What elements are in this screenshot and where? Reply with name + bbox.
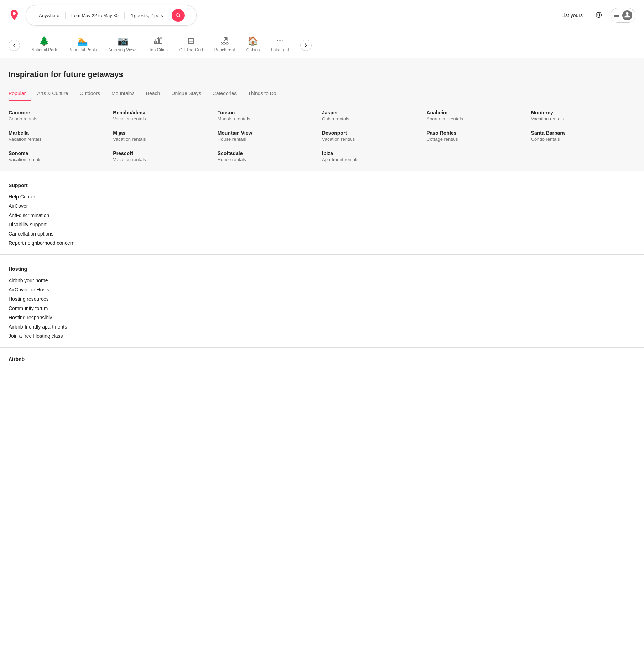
category-amazing-views[interactable]: 📷 Amazing Views xyxy=(108,37,137,54)
search-button[interactable] xyxy=(172,9,185,22)
tab-outdoors[interactable]: Outdoors xyxy=(74,86,106,101)
inspiration-title: Inspiration for future getaways xyxy=(9,70,635,79)
support-help-center[interactable]: Help Center xyxy=(9,194,635,200)
airbnb-logo[interactable] xyxy=(9,9,20,22)
hosting-community[interactable]: Community forum xyxy=(9,305,635,311)
top-cities-icon: 🏙 xyxy=(154,37,162,45)
hosting-responsibly[interactable]: Hosting responsibly xyxy=(9,315,635,320)
footer: Support Help Center AirCover Anti-discri… xyxy=(0,171,644,365)
tab-unique-stays[interactable]: Unique Stays xyxy=(166,86,207,101)
support-anti-discrimination[interactable]: Anti-discrimination xyxy=(9,212,635,218)
dest-anaheim: Anaheim Apartment rentals xyxy=(426,110,531,122)
dest-jasper: Jasper Cabin rentals xyxy=(322,110,426,122)
category-off-the-grid[interactable]: ⊞ Off-The-Grid xyxy=(179,37,203,54)
dest-tucson: Tucson Mansion rentals xyxy=(218,110,322,122)
dest-sonoma: Sonoma Vacation rentals xyxy=(9,150,113,162)
dest-benalmadena: Benalmádena Vacation rentals xyxy=(113,110,217,122)
user-menu-button[interactable] xyxy=(611,8,635,23)
tab-mountains[interactable]: Mountains xyxy=(106,86,140,101)
search-when[interactable]: from May 22 to May 30 xyxy=(66,13,124,18)
dest-santa-barbara: Santa Barbara Condo rentals xyxy=(531,130,635,142)
dest-canmore: Canmore Condo rentals xyxy=(9,110,113,122)
search-who[interactable]: 4 guests, 2 pets xyxy=(125,13,169,18)
dest-ibiza: Ibiza Apartment rentals xyxy=(322,150,426,162)
header: Anywhere from May 22 to May 30 4 guests,… xyxy=(0,0,644,31)
support-title: Support xyxy=(9,182,635,188)
lakefront-icon: 〰 xyxy=(276,37,284,45)
tab-arts-culture[interactable]: Arts & Culture xyxy=(31,86,74,101)
hosting-links: Airbnb your home AirCover for Hosts Host… xyxy=(9,278,635,339)
cabins-icon: 🏠 xyxy=(248,37,258,45)
language-button[interactable] xyxy=(593,9,605,22)
support-aircover[interactable]: AirCover xyxy=(9,203,635,209)
tab-beach[interactable]: Beach xyxy=(140,86,166,101)
hosting-section: Hosting Airbnb your home AirCover for Ho… xyxy=(0,254,644,347)
category-beautiful-pools[interactable]: 🏊 Beautiful Pools xyxy=(68,37,97,54)
amazing-views-icon: 📷 xyxy=(118,37,128,45)
category-next-button[interactable] xyxy=(300,40,312,51)
dest-marbella: Marbella Vacation rentals xyxy=(9,130,113,142)
hosting-aircover-hosts[interactable]: AirCover for Hosts xyxy=(9,287,635,293)
support-neighborhood[interactable]: Report neighborhood concern xyxy=(9,240,635,246)
inspiration-tabs: Popular Arts & Culture Outdoors Mountain… xyxy=(9,86,635,101)
destinations-grid: Canmore Condo rentals Benalmádena Vacati… xyxy=(9,110,635,162)
search-bar[interactable]: Anywhere from May 22 to May 30 4 guests,… xyxy=(26,5,197,26)
category-prev-button[interactable] xyxy=(9,40,20,51)
hosting-friendly-apartments[interactable]: Airbnb-friendly apartments xyxy=(9,324,635,330)
category-lakefront[interactable]: 〰 Lakefront xyxy=(271,37,289,54)
inspiration-section: Inspiration for future getaways Popular … xyxy=(0,58,644,171)
category-top-cities[interactable]: 🏙 Top Cities xyxy=(149,37,168,54)
national-park-icon: 🌲 xyxy=(39,37,50,45)
off-the-grid-icon: ⊞ xyxy=(187,37,194,45)
beachfront-icon: 🏖 xyxy=(220,37,229,45)
beautiful-pools-icon: 🏊 xyxy=(77,37,88,45)
tab-categories[interactable]: Categories xyxy=(207,86,243,101)
hosting-free-class[interactable]: Join a free Hosting class xyxy=(9,333,635,339)
airbnb-footer-title: Airbnb xyxy=(9,356,635,362)
hosting-airbnb-home[interactable]: Airbnb your home xyxy=(9,278,635,283)
header-right: List yours xyxy=(557,8,635,23)
hosting-title: Hosting xyxy=(9,266,635,272)
dest-devonport: Devonport Vacation rentals xyxy=(322,130,426,142)
dest-scottsdale: Scottsdale House rentals xyxy=(218,150,322,162)
tab-things-to-do[interactable]: Things to Do xyxy=(242,86,282,101)
support-disability[interactable]: Disability support xyxy=(9,222,635,227)
airbnb-footer-section: Airbnb xyxy=(0,347,644,365)
category-nav: 🌲 National Park 🏊 Beautiful Pools 📷 Amaz… xyxy=(0,31,644,58)
hosting-resources[interactable]: Hosting resources xyxy=(9,296,635,302)
tab-popular[interactable]: Popular xyxy=(9,86,31,101)
dest-monterey: Monterey Vacation rentals xyxy=(531,110,635,122)
dest-prescott: Prescott Vacation rentals xyxy=(113,150,217,162)
category-national-park[interactable]: 🌲 National Park xyxy=(31,37,57,54)
dest-mountain-view: Mountain View House rentals xyxy=(218,130,322,142)
support-links: Help Center AirCover Anti-discrimination… xyxy=(9,194,635,246)
list-yours-link[interactable]: List yours xyxy=(557,10,587,21)
support-cancellation[interactable]: Cancellation options xyxy=(9,231,635,237)
search-where[interactable]: Anywhere xyxy=(33,13,65,18)
category-beachfront[interactable]: 🏖 Beachfront xyxy=(214,37,235,54)
category-cabins[interactable]: 🏠 Cabins xyxy=(246,37,260,54)
dest-mijas: Mijas Vacation rentals xyxy=(113,130,217,142)
support-section: Support Help Center AirCover Anti-discri… xyxy=(0,171,644,254)
dest-paso-robles: Paso Robles Cottage rentals xyxy=(426,130,531,142)
